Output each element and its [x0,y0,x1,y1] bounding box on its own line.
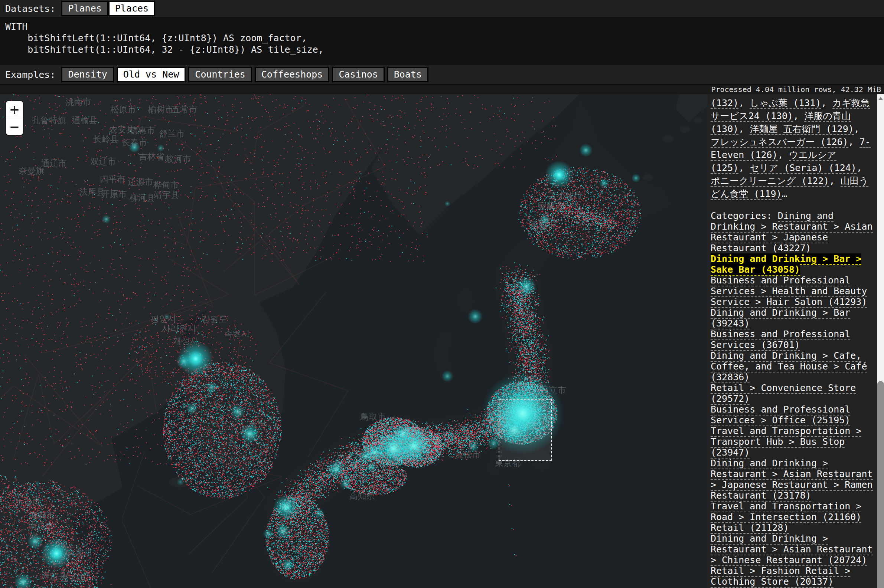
category-row: Business and Professional Services > Off… [711,404,873,426]
examples-label: Examples: [5,69,55,80]
category-row: Categories: Dining and Drinking > Restau… [711,210,873,254]
category-link[interactable]: Business and Professional Services (3670… [711,328,850,351]
category-link[interactable]: Business and Professional Services > Hea… [711,275,867,308]
category-link[interactable]: Retail (21128) [711,522,789,534]
map-zoom-control: + − [6,101,23,135]
button-planes[interactable]: Planes [61,1,108,16]
brand-link[interactable]: (132) [711,98,738,109]
category-link[interactable]: Retail > Fashion Retail > Clothing Store… [711,566,850,588]
stats-list: (132), しゃぶ葉 (131), カギ救急サービス24 (130), 洋服の… [708,94,877,588]
examples-button-group: DensityOld vs NewCountriesCoffeeshopsCas… [61,67,428,82]
categories-label: Categories: [711,210,778,221]
zoom-in-button[interactable]: + [6,101,23,118]
category-link[interactable]: Retail > Convenience Store (29572) [711,382,856,405]
brand-link[interactable]: ポニークリーニング (122) [711,176,829,187]
top-brands-paragraph: (132), しゃぶ葉 (131), カギ救急サービス24 (130), 洋服の… [711,96,873,200]
datasets-label: Datasets: [5,3,55,14]
category-link[interactable]: Business and Professional Services > Off… [711,404,850,426]
brand-link[interactable]: 洋麺屋 五右衛門 (129) [750,123,854,135]
category-link[interactable]: Dining and Drinking > Bar (39243) [711,307,850,329]
brand-link[interactable]: しゃぶ葉 (131) [750,98,821,109]
button-old-vs-new[interactable]: Old vs New [117,67,186,82]
brand-link[interactable]: フレッシュネスバーガー (126) [711,136,848,148]
datasets-bar: Datasets: PlanesPlaces [0,0,884,17]
category-row: Travel and Transportation > Road > Inter… [711,501,873,522]
scrollbar-thumb[interactable] [877,381,884,588]
top-categories-list: Categories: Dining and Drinking > Restau… [711,210,873,588]
button-countries[interactable]: Countries [188,67,252,82]
category-row: Business and Professional Services (3670… [711,328,873,350]
category-row: Dining and Drinking > Restaurant > Asian… [711,458,873,501]
button-casinos[interactable]: Casinos [332,67,384,82]
category-row: Dining and Drinking > Cafe, Coffee, and … [711,350,873,382]
datasets-button-group: PlanesPlaces [61,1,155,16]
stats-sidebar: (132), しゃぶ葉 (131), カギ救急サービス24 (130), 洋服の… [708,94,884,588]
main-content: 洮南市松原市榆树市五常市扎鲁特旗通榆县农安县德惠市舒兰市长岭县长春市吉林省蛟河市… [0,94,884,588]
brand-link[interactable]: セリア (Seria) (124) [750,162,856,174]
category-link[interactable]: Dining and Drinking > Restaurant > Asian… [711,458,873,501]
map-canvas[interactable] [0,94,708,588]
sidebar-scrollbar[interactable] [877,94,884,588]
category-row: Dining and Drinking > Bar (39243) [711,307,873,328]
category-row: Dining and Drinking > Bar > Sake Bar (43… [711,254,873,275]
button-density[interactable]: Density [61,67,114,82]
sql-editor[interactable]: WITH bitShiftLeft(1::UInt64, {z:UInt8}) … [0,17,884,65]
category-link-highlighted[interactable]: Dining and Drinking > Bar > Sake Bar (43… [711,254,861,276]
category-row: Retail > Fashion Retail > Clothing Store… [711,566,873,587]
category-link[interactable]: Dining and Drinking > Cafe, Coffee, and … [711,350,867,383]
map-selection-rectangle[interactable] [499,399,552,461]
map-viewport[interactable]: 洮南市松原市榆树市五常市扎鲁特旗通榆县农安县德惠市舒兰市长岭县长春市吉林省蛟河市… [0,94,708,588]
button-boats[interactable]: Boats [387,67,428,82]
category-link[interactable]: Dining and Drinking > Restaurant > Asian… [711,533,873,566]
examples-bar: Examples: DensityOld vs NewCountriesCoff… [0,65,884,85]
category-row: Dining and Drinking > Restaurant > Asian… [711,533,873,566]
category-row: Travel and Transportation > Transport Hu… [711,426,873,458]
query-stats-text: Processed 4.04 million rows, 42.32 MiB [711,85,881,94]
category-row: Business and Professional Services > Hea… [711,275,873,307]
button-coffeeshops[interactable]: Coffeeshops [255,67,330,82]
scroll-up-arrow-icon[interactable] [878,97,883,100]
status-strip: Processed 4.04 million rows, 42.32 MiB [0,85,884,94]
category-link[interactable]: Travel and Transportation > Road > Inter… [711,501,861,523]
button-places[interactable]: Places [108,1,155,16]
category-link[interactable]: Travel and Transportation > Transport Hu… [711,426,861,459]
category-row: Retail (21128) [711,522,873,533]
zoom-out-button[interactable]: − [6,118,23,135]
category-row: Retail > Convenience Store (29572) [711,382,873,404]
